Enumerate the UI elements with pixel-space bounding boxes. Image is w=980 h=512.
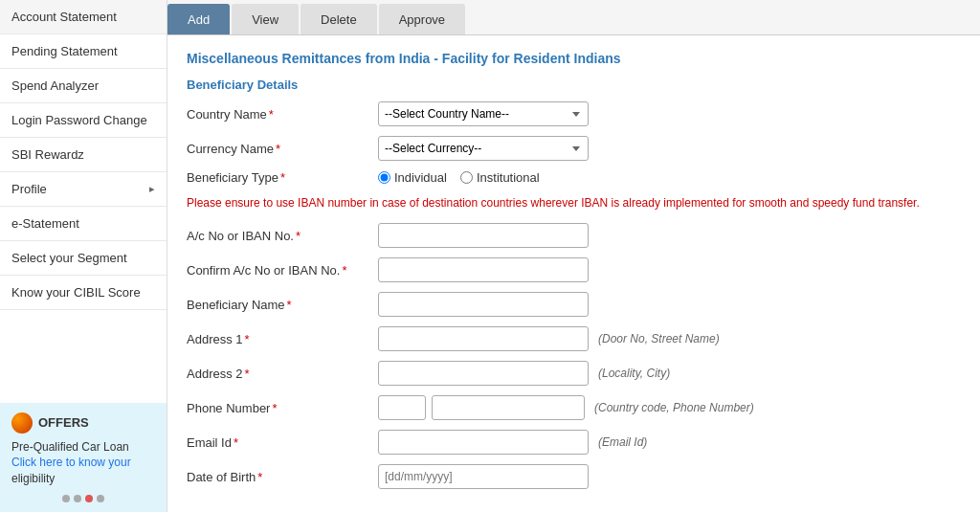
account-iban-input[interactable] [378,223,589,248]
tab-delete[interactable]: Delete [301,4,377,34]
dot-3[interactable] [85,495,93,502]
country-name-row: Country Name* --Select Country Name-- [187,101,961,126]
individual-option[interactable]: Individual [378,170,447,185]
offers-panel: OFFERS Pre-Qualified Car Loan Click here… [0,403,167,512]
offers-text: Pre-Qualified Car Loan Click here to kno… [11,439,155,487]
beneficiary-name-input[interactable] [378,292,589,317]
dot-1[interactable] [62,495,70,502]
sidebar-item-select-segment[interactable]: Select your Segment [0,241,167,276]
offers-label: OFFERS [38,415,89,430]
address2-hint: (Locality, City) [598,367,670,380]
sidebar-item-login-password-change[interactable]: Login Password Change [0,103,167,138]
tab-approve[interactable]: Approve [379,4,465,34]
phone-number-row: Phone Number* (Country code, Phone Numbe… [187,395,961,420]
carousel-dots [11,495,155,502]
beneficiary-type-label: Beneficiary Type* [187,170,378,185]
address2-input[interactable] [378,361,589,386]
confirm-account-iban-row: Confirm A/c No or IBAN No.* [187,257,961,282]
sidebar-item-cibil[interactable]: Know your CIBIL Score [0,276,167,310]
institutional-radio[interactable] [460,171,473,184]
country-name-label: Country Name* [187,107,378,122]
iban-notice: Please ensure to use IBAN number in case… [187,194,961,211]
beneficiary-name-label: Beneficiary Name* [187,298,378,312]
email-id-row: Email Id* (Email Id) [187,430,961,455]
address2-label: Address 2* [187,367,378,381]
sidebar-item-profile[interactable]: Profile [0,172,167,207]
dob-input[interactable] [378,464,589,489]
phone-country-input[interactable] [378,395,426,420]
dob-row: Date of Birth* [187,464,961,489]
address1-hint: (Door No, Street Name) [598,332,720,345]
dot-2[interactable] [74,495,81,502]
address2-row: Address 2* (Locality, City) [187,361,961,386]
individual-radio[interactable] [378,171,390,184]
phone-hint: (Country code, Phone Number) [594,401,754,414]
phone-group [378,395,585,420]
offers-header: OFFERS [11,412,155,434]
address1-input[interactable] [378,326,589,351]
sidebar-item-pending-statement[interactable]: Pending Statement [0,34,167,69]
dot-4[interactable] [97,495,104,502]
sidebar: Account StatementPending StatementSpend … [0,0,167,512]
offers-link[interactable]: Click here to know your [11,456,131,469]
beneficiary-name-row: Beneficiary Name* [187,292,961,317]
form-area: Miscellaneous Remittances from India - F… [167,35,980,512]
confirm-account-iban-input[interactable] [378,257,589,282]
phone-number-label: Phone Number* [187,401,378,415]
tab-view[interactable]: View [232,4,299,34]
country-name-select[interactable]: --Select Country Name-- [378,101,589,126]
account-iban-row: A/c No or IBAN No.* [187,223,961,248]
currency-name-row: Currency Name* --Select Currency-- [187,136,961,161]
confirm-account-iban-label: Confirm A/c No or IBAN No.* [187,263,378,278]
address1-label: Address 1* [187,332,378,346]
sidebar-item-spend-analyzer[interactable]: Spend Analyzer [0,69,167,103]
sidebar-item-account-statement[interactable]: Account Statement [0,0,167,34]
institutional-option[interactable]: Institutional [460,170,540,185]
offers-icon [11,412,33,434]
tab-add[interactable]: Add [167,4,230,34]
address1-row: Address 1* (Door No, Street Name) [187,326,961,351]
beneficiary-type-row: Beneficiary Type* Individual Institution… [187,170,961,185]
email-hint: (Email Id) [598,435,647,449]
sidebar-item-e-statement[interactable]: e-Statement [0,207,167,241]
email-id-input[interactable] [378,430,589,455]
email-id-label: Email Id* [187,435,378,450]
account-iban-label: A/c No or IBAN No.* [187,229,378,243]
sidebar-item-sbi-rewardz[interactable]: SBI Rewardz [0,138,167,172]
currency-name-select[interactable]: --Select Currency-- [378,136,589,161]
tab-bar: AddViewDeleteApprove [167,0,980,35]
section-title: Beneficiary Details [187,78,961,92]
beneficiary-type-radio-group: Individual Institutional [378,170,540,185]
dob-label: Date of Birth* [187,470,378,484]
main-content: AddViewDeleteApprove Miscellaneous Remit… [167,0,980,512]
phone-number-input[interactable] [432,395,585,420]
page-title: Miscellaneous Remittances from India - F… [187,51,961,66]
currency-name-label: Currency Name* [187,142,378,156]
